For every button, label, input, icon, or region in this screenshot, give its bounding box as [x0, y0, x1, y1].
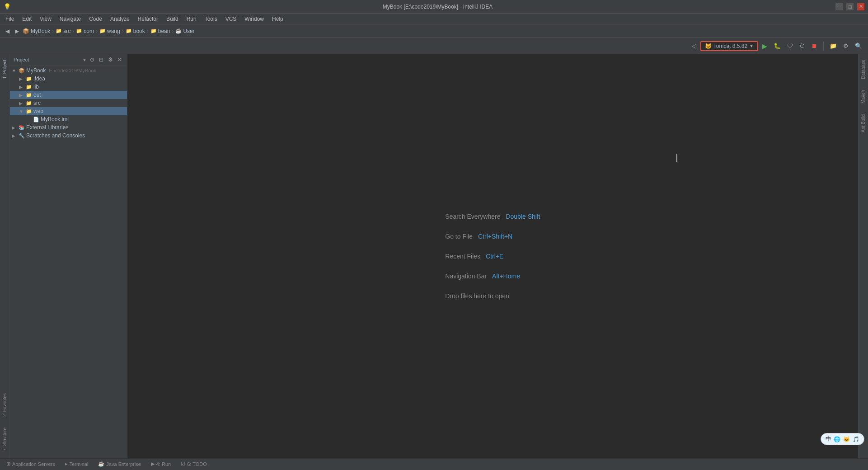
sidebar-tab-ant-build[interactable]: Ant Build — [859, 111, 867, 136]
tomcat-icon: 🐱 — [705, 43, 712, 49]
sidebar-tab-maven[interactable]: Maven — [859, 86, 867, 107]
config-dropdown-icon: ▼ — [749, 43, 754, 48]
sidebar-tab-favorites[interactable]: 2: Favorites — [1, 390, 9, 420]
menu-tools[interactable]: Tools — [201, 15, 221, 23]
tab-java-enterprise[interactable]: ☕ Java Enterprise — [94, 459, 145, 470]
menu-file[interactable]: File — [2, 15, 18, 23]
project-structure-button[interactable]: 📁 — [827, 41, 839, 51]
menu-vcs[interactable]: VCS — [222, 15, 240, 23]
breadcrumb-com[interactable]: 📁 com — [76, 28, 94, 34]
tab-terminal[interactable]: ▸ Terminal — [61, 459, 93, 470]
ime-emoji1: 🌐 — [834, 436, 840, 442]
breadcrumb-book[interactable]: 📁 book — [126, 28, 145, 34]
menu-view[interactable]: View — [36, 15, 55, 23]
tree-item-idea[interactable]: ▶ 📁 .idea — [10, 75, 127, 83]
search-everywhere-row: Search Everywhere Double Shift — [445, 213, 540, 220]
tab-todo[interactable]: ☑ 6: TODO — [176, 459, 211, 470]
tree-root[interactable]: ▼ 📦 MyBook E:\code2019\MyBook — [10, 66, 127, 75]
java-enterprise-icon: ☕ — [98, 461, 104, 467]
menu-analyze[interactable]: Analyze — [107, 15, 133, 23]
tree-item-src[interactable]: ▶ 📁 src — [10, 99, 127, 107]
ime-wave: 🎵 — [853, 436, 859, 442]
breadcrumb-mybook[interactable]: MyBook — [31, 28, 50, 34]
todo-icon: ☑ — [181, 461, 185, 467]
ime-indicator[interactable]: 中 🌐 🐱 🎵 — [821, 433, 864, 445]
tree-item-scratches[interactable]: ▶ 🔧 Scratches and Consoles — [10, 132, 127, 140]
nav-bar: ◀ ▶ 📦 MyBook › 📁 src › 📁 com › 📁 wang › … — [0, 24, 868, 38]
debug-button[interactable]: 🐛 — [771, 41, 783, 51]
menu-help[interactable]: Help — [268, 15, 287, 23]
menu-edit[interactable]: Edit — [19, 15, 35, 23]
menu-navigate[interactable]: Navigate — [56, 15, 84, 23]
cursor — [676, 154, 677, 162]
recent-files-row: Recent Files Ctrl+E — [445, 253, 540, 260]
project-header: Project ▼ ⊙ ⊟ ⚙ ✕ — [10, 54, 127, 66]
menu-code[interactable]: Code — [85, 15, 106, 23]
project-tree: Project ▼ ⊙ ⊟ ⚙ ✕ ▼ 📦 MyBook E:\code2019… — [10, 54, 127, 458]
menu-build[interactable]: Build — [163, 15, 182, 23]
navigation-bar-shortcut[interactable]: Alt+Home — [492, 273, 520, 280]
ime-text: 中 — [826, 435, 831, 443]
sidebar-tab-database[interactable]: Database — [859, 56, 867, 83]
sidebar-tab-project[interactable]: 1: Project — [1, 56, 9, 82]
recent-files-shortcut[interactable]: Ctrl+E — [486, 253, 503, 260]
tab-application-servers[interactable]: ⊞ Application Servers — [2, 459, 60, 470]
maximize-button[interactable]: □ — [846, 3, 854, 10]
search-everywhere-label: Search Everywhere — [445, 213, 500, 220]
window-controls: ─ □ ✕ — [835, 3, 864, 10]
toolbar-navigate-back[interactable]: ◁ — [690, 41, 699, 51]
nav-forward-button[interactable]: ▶ — [13, 27, 21, 35]
tree-content: ▼ 📦 MyBook E:\code2019\MyBook ▶ 📁 .idea … — [10, 66, 127, 458]
editor-area: Search Everywhere Double Shift Go to Fil… — [127, 54, 858, 458]
close-panel-button[interactable]: ✕ — [116, 56, 123, 63]
stop-button[interactable]: ⏹ — [809, 41, 820, 51]
breadcrumb-wang[interactable]: 📁 wang — [99, 28, 120, 34]
breadcrumb-user[interactable]: ☕ User — [175, 28, 194, 34]
goto-file-row: Go to File Ctrl+Shift+N — [445, 233, 540, 240]
search-everywhere-button[interactable]: 🔍 — [853, 41, 864, 51]
run-configuration-button[interactable]: 🐱 Tomcat 8.5.82 ▼ — [700, 41, 758, 51]
settings-button[interactable]: ⚙ — [841, 41, 851, 51]
title-bar: 💡 MyBook [E:\code2019\MyBook] - IntelliJ… — [0, 0, 868, 14]
welcome-content: Search Everywhere Double Shift Go to Fil… — [436, 204, 549, 309]
settings-gear-button[interactable]: ⚙ — [107, 56, 114, 63]
breadcrumb-src[interactable]: 📁 src — [56, 28, 70, 34]
sync-button[interactable]: ⊙ — [89, 56, 96, 63]
close-button[interactable]: ✕ — [857, 3, 864, 10]
tree-item-out[interactable]: ▶ 📁 out — [10, 91, 127, 99]
menu-run[interactable]: Run — [183, 15, 200, 23]
tree-item-external-libs[interactable]: ▶ 📚 External Libraries — [10, 123, 127, 132]
breadcrumb-bean[interactable]: 📁 bean — [150, 28, 170, 34]
window-title: MyBook [E:\code2019\MyBook] - IntelliJ I… — [40, 4, 835, 10]
run-button[interactable]: ▶ — [760, 41, 769, 51]
drop-files-label: Drop files here to open — [445, 292, 509, 300]
ime-emoji2: 🐱 — [843, 436, 850, 442]
drop-files-row: Drop files here to open — [445, 292, 540, 300]
tree-item-mybook-iml[interactable]: ▶ 📄 MyBook.iml — [10, 115, 127, 123]
search-everywhere-shortcut[interactable]: Double Shift — [506, 213, 540, 220]
navigation-bar-row: Navigation Bar Alt+Home — [445, 273, 540, 280]
navigation-bar-label: Navigation Bar — [445, 273, 487, 280]
main-layout: 1: Project 2: Favorites 7: Structure Pro… — [0, 54, 868, 458]
nav-back-button[interactable]: ◀ — [4, 27, 11, 35]
tab-run[interactable]: ▶ 4: Run — [146, 459, 175, 470]
menu-refactor[interactable]: Refactor — [134, 15, 162, 23]
project-header-title: Project — [14, 57, 80, 62]
terminal-icon: ▸ — [65, 461, 68, 467]
app-servers-icon: ⊞ — [6, 461, 10, 467]
menu-window[interactable]: Window — [241, 15, 267, 23]
bottom-tabs: ⊞ Application Servers ▸ Terminal ☕ Java … — [0, 458, 868, 470]
menu-bar: File Edit View Navigate Code Analyze Ref… — [0, 14, 868, 24]
run-icon: ▶ — [151, 461, 155, 467]
left-panel-tabs: 1: Project 2: Favorites 7: Structure — [0, 54, 10, 458]
collapse-all-button[interactable]: ⊟ — [98, 56, 105, 63]
tree-item-lib[interactable]: ▶ 📁 lib — [10, 83, 127, 91]
sidebar-tab-structure[interactable]: 7: Structure — [1, 424, 9, 455]
right-panel-tabs: Database Maven Ant Build — [858, 54, 868, 458]
coverage-button[interactable]: 🛡 — [785, 41, 795, 51]
minimize-button[interactable]: ─ — [835, 3, 843, 10]
profile-button[interactable]: ⏱ — [797, 41, 807, 51]
goto-file-shortcut[interactable]: Ctrl+Shift+N — [478, 233, 512, 240]
tree-item-web[interactable]: ▼ 📁 web — [10, 107, 127, 115]
run-config-label: Tomcat 8.5.82 — [713, 43, 747, 49]
